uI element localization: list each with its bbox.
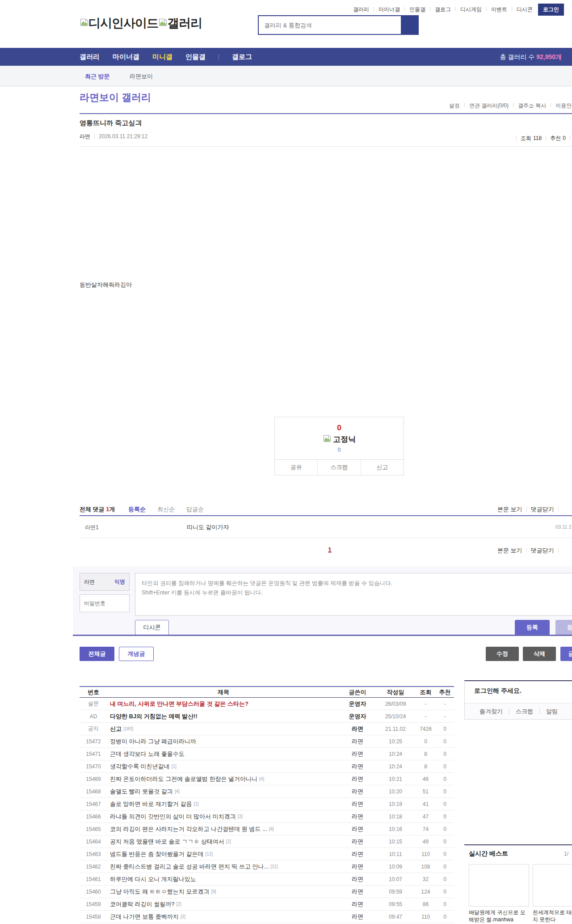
gallery-title[interactable]: 라면보이 갤러리: [80, 91, 151, 104]
comment-submit-button[interactable]: 등록: [515, 620, 550, 635]
post-link[interactable]: 코어클락 라깅이 썰릴까?: [110, 901, 174, 907]
login-box-link[interactable]: 알림: [533, 708, 558, 716]
top-utility-link[interactable]: 마이너갤: [369, 6, 400, 13]
post-writer-cell[interactable]: 라면: [340, 738, 375, 746]
upvote-count[interactable]: 0: [275, 424, 404, 432]
comment-submit-button-secondary[interactable]: 등록: [555, 620, 572, 635]
comment-count-badge: [3]: [181, 914, 185, 919]
post-link[interactable]: 공지 처음 떴을땐 바로 솔로 ㄱㄱㅎ 상태여서: [110, 838, 224, 845]
post-link[interactable]: 그냥 아직도 왜 ㅌㅌㅇ했는지 모르겠긔: [110, 888, 209, 895]
post-link[interactable]: 다양한 BJ의 거침없는 매력 발산!!: [110, 713, 198, 720]
post-writer-cell[interactable]: 라면: [340, 813, 375, 821]
comment-textarea[interactable]: 타인의 권리를 침해하거나 명예를 훼손하는 댓글은 운영원칙 및 관련 법률에…: [135, 573, 572, 616]
gallery-menu-link[interactable]: 이용안내: [546, 102, 572, 109]
post-link[interactable]: 하루만에 다시 오니 개지랄나있노: [110, 876, 196, 882]
gallery-menu-link[interactable]: 갤주소 복사: [509, 102, 546, 109]
search-input[interactable]: [259, 16, 401, 34]
scrap-button[interactable]: 스크랩: [317, 460, 360, 475]
post-link[interactable]: 내 며느리, 사위로 만나면 부담스러울 것 같은 스타는?: [110, 700, 248, 707]
nav-item[interactable]: 마이너갤: [113, 53, 139, 61]
search-button[interactable]: [401, 16, 418, 34]
write-button[interactable]: 글쓰기: [560, 647, 572, 661]
post-writer-cell[interactable]: 라면: [340, 825, 375, 833]
login-box-link[interactable]: 스크랩: [503, 708, 533, 716]
fold-comments-link[interactable]: 댓글닫기: [531, 506, 554, 513]
post-writer[interactable]: 라면: [80, 133, 90, 140]
post-writer-cell[interactable]: 라면: [340, 763, 375, 771]
realtime-best-pagination[interactable]: 1/: [564, 851, 568, 857]
nav-item[interactable]: 갤로그: [219, 53, 252, 61]
comment-name-value[interactable]: 라면: [84, 578, 95, 586]
comments-sort-tab[interactable]: 등록순: [128, 506, 146, 513]
post-writer-cell[interactable]: 라면: [340, 913, 375, 921]
post-writer-cell[interactable]: 라면: [340, 788, 375, 796]
post-link[interactable]: 코의 라깅이 팬은 사라지는거 각오하고 나간걸텐데 뭔 넴드 ...: [110, 826, 267, 832]
post-writer-cell[interactable]: 라면: [340, 800, 375, 808]
post-writer-cell[interactable]: 라면: [340, 838, 375, 846]
delete-button[interactable]: 삭제: [523, 647, 556, 661]
comment-password-field[interactable]: [80, 594, 130, 612]
post-writer-cell[interactable]: 운영자: [340, 712, 375, 721]
post-link[interactable]: 근데 나가면 보통 좆백까지: [110, 913, 179, 920]
post-writer-cell[interactable]: 라면: [340, 863, 375, 871]
post-link[interactable]: 솔로 망하면 바로 재기할거 같음: [110, 801, 192, 807]
all-posts-button[interactable]: 전체글: [80, 647, 114, 661]
post-link[interactable]: 라냐들 의견이 갓반인의 삶이 더 많아서 미치겠긔: [110, 813, 236, 820]
report-button[interactable]: 신고: [361, 460, 404, 475]
post-writer-cell[interactable]: 운영자: [340, 700, 375, 708]
divider: [558, 507, 559, 512]
post-link[interactable]: 진짜 좆티스트병 걸리고 솔로 성공 바라면 편지 띡 쓰고 안나...: [110, 863, 269, 870]
post-writer-cell[interactable]: 라면: [340, 850, 375, 858]
best-caption[interactable]: 배달원에게 귀신으로 오해받은 썰.manhwa: [469, 909, 529, 923]
comments-toolbar: 본문 보기댓글닫기: [497, 505, 563, 513]
post-list-row: 15467 솔로 망하면 바로 재기할거 같음[1] 라면 10:19 41 0: [80, 798, 454, 810]
post-writer-cell[interactable]: 라면: [340, 725, 375, 733]
post-link[interactable]: 솔앨도 빨리 못올것 같긔: [110, 788, 173, 795]
post-writer-cell[interactable]: 라면: [340, 900, 375, 908]
post-link[interactable]: 진짜 온토이하더라도 그전에 솔로앨범 한장은 낼거아니니: [110, 776, 257, 782]
post-link[interactable]: 근데 생각보다 노래 좋을수도: [110, 750, 185, 757]
top-utility-link[interactable]: 갤로그: [425, 6, 451, 13]
nav-item[interactable]: 인물갤: [185, 53, 206, 61]
dccon-button[interactable]: 디시콘: [135, 620, 169, 635]
post-views-cell: 51: [416, 788, 436, 795]
nav-item[interactable]: 미니갤: [152, 53, 172, 61]
edit-button[interactable]: 수정: [486, 647, 519, 661]
best-caption[interactable]: 전세계적으로 태 인정받지 못한다: [533, 909, 572, 923]
best-thumbnail[interactable]: [533, 864, 572, 907]
best-posts-button[interactable]: 개념글: [119, 647, 154, 661]
site-logo[interactable]: 디시인사이드 갤러리: [80, 15, 202, 31]
post-link[interactable]: 신고: [110, 725, 122, 732]
views-label: 조회: [521, 135, 531, 142]
post-writer-cell[interactable]: 라면: [340, 888, 375, 896]
top-utility-link[interactable]: 디시콘: [507, 6, 533, 13]
comments-sort-tab[interactable]: 답글순: [186, 506, 204, 513]
gallery-menu-link[interactable]: 설정: [449, 102, 460, 109]
downvote-count[interactable]: 0: [275, 447, 404, 453]
post-link[interactable]: 넴드들 반응은 좀 찾아봤을거 같은데: [110, 851, 203, 857]
comment-count-badge: [4]: [269, 827, 274, 831]
login-box-link[interactable]: 즐겨찾기: [479, 708, 503, 716]
post-link[interactable]: 정병이 아니라 그냥 폐급이라니까: [110, 738, 196, 745]
nav-item[interactable]: 갤러리: [80, 53, 100, 61]
gallery-menu-link[interactable]: 연관 갤러리(0/0): [460, 102, 509, 109]
share-button[interactable]: 공유: [275, 460, 317, 475]
top-utility-link[interactable]: 인물갤: [400, 6, 425, 13]
recent-visit-gallery[interactable]: 라면보이: [130, 72, 153, 81]
top-utility-link[interactable]: 갤러리: [353, 6, 369, 13]
view-post-link[interactable]: 본문 보기: [497, 547, 522, 554]
login-button[interactable]: 로그인: [538, 4, 564, 16]
comments-sort-tab[interactable]: 최신순: [157, 506, 175, 513]
page-number-current[interactable]: 1: [328, 546, 332, 553]
anonymous-toggle[interactable]: 익명: [114, 578, 125, 586]
post-writer-cell[interactable]: 라면: [340, 875, 375, 883]
best-thumbnail[interactable]: [469, 864, 529, 907]
view-post-link[interactable]: 본문 보기: [497, 506, 522, 513]
fold-comments-link[interactable]: 댓글닫기: [531, 547, 554, 554]
post-link[interactable]: 생각할수록 미친년같네: [110, 763, 170, 770]
post-writer-cell[interactable]: 라면: [340, 750, 375, 758]
comment-writer[interactable]: 라면1: [85, 524, 99, 531]
top-utility-link[interactable]: 디시게임: [451, 6, 482, 13]
top-utility-link[interactable]: 이벤트: [482, 6, 507, 13]
post-writer-cell[interactable]: 라면: [340, 775, 375, 783]
